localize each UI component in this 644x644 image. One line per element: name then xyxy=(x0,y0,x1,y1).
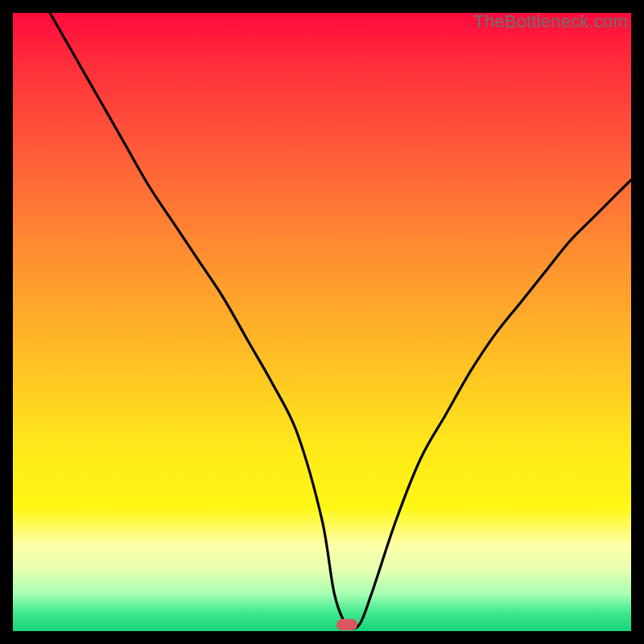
chart-svg xyxy=(13,13,631,631)
chart-frame: TheBottleneck.com xyxy=(13,13,631,631)
watermark-text: TheBottleneck.com xyxy=(473,11,628,32)
min-marker xyxy=(336,619,357,630)
bottleneck-curve xyxy=(50,13,631,629)
